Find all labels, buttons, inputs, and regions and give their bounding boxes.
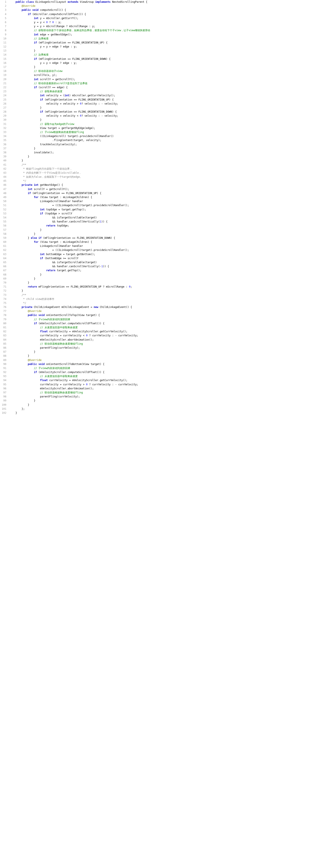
code-line[interactable]: return mFlingOrientation == FLING_ORIENT… <box>9 285 150 289</box>
code-line[interactable]: trackVelocity(velocity); <box>9 143 150 147</box>
code-line[interactable]: parentFling(currVelocity); <box>9 395 150 399</box>
code-line[interactable]: private int getNextEdge() { <box>9 183 150 187</box>
code-line[interactable]: } <box>9 155 150 159</box>
code-line[interactable]: for (View target : mLinkageChildren) { <box>9 195 150 199</box>
code-line[interactable]: float currVelocity = mVelocityScroller.g… <box>9 378 150 382</box>
code-line[interactable]: } <box>9 350 150 354</box>
code-line[interactable]: } <box>9 273 150 277</box>
code-line[interactable]: } <box>9 49 150 53</box>
code-line[interactable]: // 子view内容滚动到顶部回调 <box>9 317 150 321</box>
code-line[interactable]: if (mVelocityScroller.computeScrollOffse… <box>9 321 150 326</box>
code-line[interactable]: // 获取top为edge的子view <box>9 122 150 126</box>
code-line[interactable]: mVelocityScroller.abortAnimation(); <box>9 386 150 391</box>
code-line[interactable]: } <box>9 403 150 407</box>
code-line[interactable]: /** <box>9 293 150 297</box>
code-line[interactable]: y = y < edge ? edge : y; <box>9 61 150 65</box>
code-line[interactable]: @Override <box>9 358 150 362</box>
code-line[interactable]: } <box>9 118 150 122</box>
code-line[interactable]: = ((ILinkageScroll)target).provideScroll… <box>9 204 150 208</box>
code-line[interactable]: public void computeScroll() { <box>9 8 150 12</box>
code-line[interactable]: if (scrollY == edge) { <box>9 86 150 90</box>
code-line[interactable]: } <box>9 399 150 403</box>
code-line[interactable]: = ((ILinkageScroll)target).provideScroll… <box>9 248 150 252</box>
code-line[interactable]: } <box>9 147 150 151</box>
code-line[interactable]: // 联动容器根据剩余速度继续fling <box>9 391 150 395</box>
code-line[interactable]: @Override <box>9 309 150 313</box>
code-line[interactable]: int scrollY = getScrollY(); <box>9 187 150 191</box>
code-line[interactable]: int topEdge = target.getTop(); <box>9 208 150 212</box>
code-line[interactable]: public void onContentScrollToBottom(View… <box>9 362 150 366</box>
code-line[interactable]: int bottomEdge = target.getBottom(); <box>9 252 150 256</box>
code-line[interactable]: if (mVelocityScroller.computeScrollOffse… <box>9 370 150 374</box>
code-line[interactable]: * 如果为false，会顺延取下一个target的edge。 <box>9 175 150 179</box>
code-line[interactable]: } <box>9 289 150 293</box>
code-line[interactable]: */ <box>9 301 150 305</box>
code-line[interactable]: if (mScroller.computeScrollOffset()) { <box>9 12 150 16</box>
code-line[interactable]: int velocity = (int) mScroller.getCurrVe… <box>9 94 150 98</box>
code-line[interactable]: return target.getTop(); <box>9 269 150 273</box>
code-line[interactable]: velocity = velocity < 0? velocity : - ve… <box>9 114 150 118</box>
code-line[interactable]: && handler.canScrollVertically(-1)) { <box>9 265 150 269</box>
code-line[interactable]: y = y < 0 ? 0 : y; <box>9 20 150 24</box>
code-line[interactable]: currVelocity = currVelocity > 0 ? currVe… <box>9 382 150 386</box>
code-editor[interactable]: 1234567891011121314151617181920212223242… <box>0 0 335 415</box>
code-line[interactable]: * 内部会判断下一个子View是否isScrollable， <box>9 171 150 175</box>
code-line[interactable]: && isTargetScrollable(target) <box>9 260 150 265</box>
code-line[interactable]: } else if (mFlingOrientation == FLING_OR… <box>9 236 150 240</box>
code-area[interactable]: public class ELinkageScrollLayout extend… <box>8 0 150 415</box>
code-line[interactable]: } <box>9 159 150 163</box>
code-line[interactable]: return topEdge; <box>9 224 150 228</box>
code-line[interactable]: * child view的滚动事件 <box>9 297 150 301</box>
code-line[interactable]: ((ILinkageScroll) target).provideScrollH… <box>9 134 150 138</box>
code-line[interactable]: // 子view根据剩余的速度继续fling <box>9 130 150 134</box>
code-line[interactable]: } <box>9 232 150 236</box>
code-line[interactable]: parentFling(currVelocity); <box>9 346 150 350</box>
code-line[interactable]: // 联动容器根据剩余速度继续fling <box>9 342 150 346</box>
code-line[interactable]: private ChildLinkageEvent mChildLinkageE… <box>9 305 150 309</box>
code-line[interactable]: * 根据fling的方向获取下一个滚动边界， <box>9 167 150 171</box>
code-line[interactable]: if (mFlingOrientation == FLING_ORIENTATI… <box>9 191 150 195</box>
code-line[interactable]: if (mFlingOrientation == FLING_ORIENTATI… <box>9 98 150 102</box>
code-line[interactable]: velocity = velocity > 0? velocity : - ve… <box>9 102 150 106</box>
code-line[interactable]: && isTargetScrollable(target) <box>9 216 150 220</box>
code-line[interactable]: } <box>9 228 150 232</box>
code-line[interactable]: for (View target : mLinkageChildren) { <box>9 240 150 244</box>
code-line[interactable]: } <box>9 354 150 358</box>
code-line[interactable]: public class ELinkageScrollLayout extend… <box>9 0 150 4</box>
code-line[interactable]: invalidate(); <box>9 151 150 155</box>
code-line[interactable]: y = y > edge ? edge : y; <box>9 45 150 49</box>
code-line[interactable]: mVelocityScroller.abortAnimation(); <box>9 338 150 342</box>
code-line[interactable]: LinkageScrollHandler handler <box>9 199 150 204</box>
code-line[interactable]: scrollTo(x, y); <box>9 73 150 77</box>
code-line[interactable]: if (mFlingOrientation == FLING_ORIENTATI… <box>9 57 150 61</box>
code-line[interactable]: if (topEdge > scrollY <box>9 212 150 216</box>
code-line[interactable]: && handler.canScrollVertically(1)) { <box>9 220 150 224</box>
code-line[interactable]: .flingContent(target, velocity); <box>9 138 150 142</box>
code-line[interactable]: View target = getTargetByEdge(edge); <box>9 126 150 130</box>
code-line[interactable]: if (mFlingOrientation == FLING_ORIENTATI… <box>9 41 150 45</box>
code-line[interactable]: // 联动容器滚动子view <box>9 69 150 73</box>
code-line[interactable]: LinkageScrollHandler handler <box>9 244 150 248</box>
code-line[interactable]: /** <box>9 163 150 167</box>
code-line[interactable]: float currVelocity = mVelocityScroller.g… <box>9 330 150 334</box>
code-line[interactable]: if (mFlingOrientation == FLING_ORIENTATI… <box>9 110 150 114</box>
code-line[interactable]: */ <box>9 179 150 183</box>
code-line[interactable]: currVelocity = currVelocity < 0 ? currVe… <box>9 334 150 338</box>
code-line[interactable]: } <box>9 411 150 415</box>
code-line[interactable]: y = y > mScrollRange ? mScrollRange : y; <box>9 24 150 28</box>
code-line[interactable]: } <box>9 281 150 285</box>
code-line[interactable]: int scrollY = getScrollY(); <box>9 78 150 82</box>
code-line[interactable]: }; <box>9 407 150 411</box>
code-line[interactable]: // 获取联动容器下个滚动边界值，如果达到边界值，速度会传给下个子view，让子… <box>9 28 150 32</box>
code-line[interactable]: int y = mScroller.getCurrY(); <box>9 16 150 20</box>
code-line[interactable]: // 从速度追踪器中获取剩余速度 <box>9 374 150 378</box>
code-line[interactable]: // 边界检查 <box>9 53 150 57</box>
code-line[interactable]: } <box>9 106 150 110</box>
code-line[interactable]: } <box>9 277 150 281</box>
code-line[interactable]: // 边界检查 <box>9 37 150 41</box>
code-line[interactable]: // 联动容器最新的scrollY是否达到了边界值 <box>9 82 150 86</box>
code-line[interactable]: // 获取剩余的速度 <box>9 90 150 94</box>
code-line[interactable]: int edge = getNextEdge(); <box>9 33 150 37</box>
code-line[interactable]: // 从速度追踪器中获取剩余速度 <box>9 326 150 330</box>
code-line[interactable]: } <box>9 65 150 69</box>
